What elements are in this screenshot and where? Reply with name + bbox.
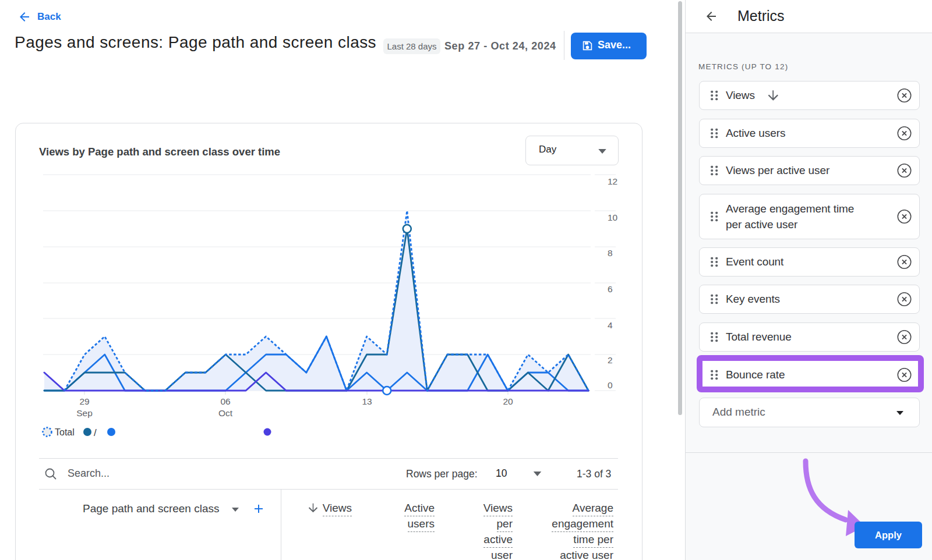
- svg-text:2: 2: [608, 355, 613, 365]
- svg-text:13: 13: [362, 396, 372, 406]
- svg-text:20: 20: [503, 396, 513, 406]
- svg-text:8: 8: [608, 248, 613, 258]
- svg-text:Oct: Oct: [218, 408, 233, 418]
- svg-text:0: 0: [608, 380, 613, 390]
- svg-text:4: 4: [608, 320, 613, 330]
- svg-text:10: 10: [608, 212, 618, 222]
- svg-text:29: 29: [79, 396, 89, 406]
- svg-text:Sep: Sep: [76, 408, 93, 418]
- svg-text:06: 06: [220, 396, 230, 406]
- svg-text:Total: Total: [55, 427, 75, 437]
- svg-text:6: 6: [608, 284, 613, 294]
- svg-text:12: 12: [608, 176, 617, 186]
- svg-text:/: /: [94, 427, 97, 438]
